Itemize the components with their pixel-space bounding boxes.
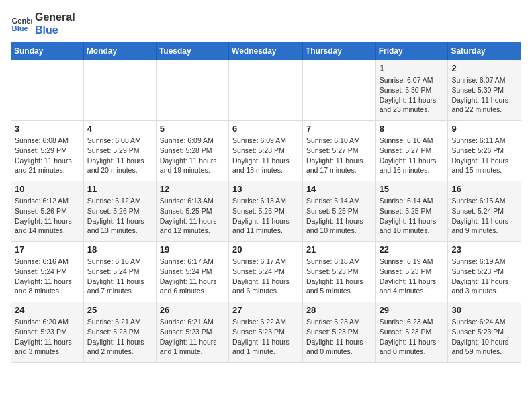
calendar-header-row: SundayMondayTuesdayWednesdayThursdayFrid… xyxy=(11,42,521,60)
logo-line1: General xyxy=(35,11,75,24)
logo-line2: Blue xyxy=(35,24,75,36)
calendar-table: SundayMondayTuesdayWednesdayThursdayFrid… xyxy=(11,42,521,363)
calendar-cell: 1Sunrise: 6:07 AM Sunset: 5:30 PM Daylig… xyxy=(375,60,448,121)
day-number: 12 xyxy=(160,184,225,194)
calendar-cell: 9Sunrise: 6:11 AM Sunset: 5:26 PM Daylig… xyxy=(448,121,521,181)
calendar-week-5: 24Sunrise: 6:20 AM Sunset: 5:23 PM Dayli… xyxy=(11,302,521,363)
day-info: Sunrise: 6:08 AM Sunset: 5:29 PM Dayligh… xyxy=(15,136,80,175)
day-number: 14 xyxy=(306,184,372,194)
calendar-week-1: 1Sunrise: 6:07 AM Sunset: 5:30 PM Daylig… xyxy=(11,60,521,121)
day-number: 7 xyxy=(306,124,372,134)
calendar-cell: 13Sunrise: 6:13 AM Sunset: 5:25 PM Dayli… xyxy=(229,181,303,242)
day-info: Sunrise: 6:08 AM Sunset: 5:29 PM Dayligh… xyxy=(87,136,152,175)
calendar-cell xyxy=(229,60,303,121)
day-info: Sunrise: 6:09 AM Sunset: 5:28 PM Dayligh… xyxy=(232,136,299,175)
day-header-thursday: Thursday xyxy=(302,42,375,60)
day-info: Sunrise: 6:17 AM Sunset: 5:24 PM Dayligh… xyxy=(160,257,225,296)
day-info: Sunrise: 6:18 AM Sunset: 5:23 PM Dayligh… xyxy=(306,257,372,296)
day-info: Sunrise: 6:24 AM Sunset: 5:23 PM Dayligh… xyxy=(451,317,517,357)
day-number: 4 xyxy=(87,124,152,134)
day-header-saturday: Saturday xyxy=(448,42,521,60)
calendar-cell: 3Sunrise: 6:08 AM Sunset: 5:29 PM Daylig… xyxy=(11,121,84,181)
calendar-cell: 18Sunrise: 6:16 AM Sunset: 5:24 PM Dayli… xyxy=(83,242,156,302)
calendar-cell xyxy=(156,60,228,121)
calendar-cell: 2Sunrise: 6:07 AM Sunset: 5:30 PM Daylig… xyxy=(448,60,521,121)
calendar-cell: 19Sunrise: 6:17 AM Sunset: 5:24 PM Dayli… xyxy=(156,242,228,302)
calendar-cell: 28Sunrise: 6:23 AM Sunset: 5:23 PM Dayli… xyxy=(302,302,375,363)
day-info: Sunrise: 6:15 AM Sunset: 5:24 PM Dayligh… xyxy=(451,196,517,236)
day-header-sunday: Sunday xyxy=(11,42,84,60)
day-number: 6 xyxy=(232,124,299,134)
day-number: 19 xyxy=(160,244,225,255)
calendar-cell: 8Sunrise: 6:10 AM Sunset: 5:27 PM Daylig… xyxy=(375,121,448,181)
day-number: 20 xyxy=(232,244,299,255)
day-number: 13 xyxy=(232,184,299,194)
day-info: Sunrise: 6:11 AM Sunset: 5:26 PM Dayligh… xyxy=(451,136,517,175)
day-number: 11 xyxy=(87,184,152,194)
day-number: 30 xyxy=(451,305,517,315)
day-info: Sunrise: 6:10 AM Sunset: 5:27 PM Dayligh… xyxy=(380,136,445,175)
day-number: 26 xyxy=(160,305,225,315)
day-number: 28 xyxy=(306,305,372,315)
day-info: Sunrise: 6:13 AM Sunset: 5:25 PM Dayligh… xyxy=(232,196,299,236)
day-info: Sunrise: 6:07 AM Sunset: 5:30 PM Dayligh… xyxy=(451,75,517,115)
day-number: 22 xyxy=(380,244,445,255)
calendar-cell: 29Sunrise: 6:23 AM Sunset: 5:23 PM Dayli… xyxy=(375,302,448,363)
page-header: General Blue General Blue xyxy=(11,11,521,36)
calendar-cell: 26Sunrise: 6:21 AM Sunset: 5:23 PM Dayli… xyxy=(156,302,228,363)
calendar-cell: 12Sunrise: 6:13 AM Sunset: 5:25 PM Dayli… xyxy=(156,181,228,242)
day-info: Sunrise: 6:17 AM Sunset: 5:24 PM Dayligh… xyxy=(232,257,299,296)
calendar-cell: 20Sunrise: 6:17 AM Sunset: 5:24 PM Dayli… xyxy=(229,242,303,302)
calendar-cell: 10Sunrise: 6:12 AM Sunset: 5:26 PM Dayli… xyxy=(11,181,84,242)
calendar-cell: 14Sunrise: 6:14 AM Sunset: 5:25 PM Dayli… xyxy=(302,181,375,242)
day-info: Sunrise: 6:14 AM Sunset: 5:25 PM Dayligh… xyxy=(380,196,445,236)
day-info: Sunrise: 6:12 AM Sunset: 5:26 PM Dayligh… xyxy=(15,196,80,236)
calendar-cell: 5Sunrise: 6:09 AM Sunset: 5:28 PM Daylig… xyxy=(156,121,228,181)
calendar-cell: 6Sunrise: 6:09 AM Sunset: 5:28 PM Daylig… xyxy=(229,121,303,181)
day-info: Sunrise: 6:09 AM Sunset: 5:28 PM Dayligh… xyxy=(160,136,225,175)
day-info: Sunrise: 6:12 AM Sunset: 5:26 PM Dayligh… xyxy=(87,196,152,236)
calendar-cell: 15Sunrise: 6:14 AM Sunset: 5:25 PM Dayli… xyxy=(375,181,448,242)
calendar-cell: 21Sunrise: 6:18 AM Sunset: 5:23 PM Dayli… xyxy=(302,242,375,302)
logo-icon: General Blue xyxy=(11,13,32,34)
calendar-cell: 16Sunrise: 6:15 AM Sunset: 5:24 PM Dayli… xyxy=(448,181,521,242)
day-info: Sunrise: 6:14 AM Sunset: 5:25 PM Dayligh… xyxy=(306,196,372,236)
day-info: Sunrise: 6:13 AM Sunset: 5:25 PM Dayligh… xyxy=(160,196,225,236)
calendar-cell xyxy=(83,60,156,121)
calendar-cell: 30Sunrise: 6:24 AM Sunset: 5:23 PM Dayli… xyxy=(448,302,521,363)
calendar-week-4: 17Sunrise: 6:16 AM Sunset: 5:24 PM Dayli… xyxy=(11,242,521,302)
day-number: 21 xyxy=(306,244,372,255)
day-number: 5 xyxy=(160,124,225,134)
day-info: Sunrise: 6:07 AM Sunset: 5:30 PM Dayligh… xyxy=(380,75,445,115)
day-info: Sunrise: 6:16 AM Sunset: 5:24 PM Dayligh… xyxy=(87,257,152,296)
day-info: Sunrise: 6:21 AM Sunset: 5:23 PM Dayligh… xyxy=(87,317,152,357)
day-info: Sunrise: 6:19 AM Sunset: 5:23 PM Dayligh… xyxy=(380,257,445,296)
day-number: 2 xyxy=(451,63,517,73)
logo: General Blue General Blue xyxy=(11,11,75,36)
day-header-wednesday: Wednesday xyxy=(229,42,303,60)
svg-text:Blue: Blue xyxy=(12,24,28,32)
day-number: 8 xyxy=(380,124,445,134)
day-number: 27 xyxy=(232,305,299,315)
calendar-cell: 11Sunrise: 6:12 AM Sunset: 5:26 PM Dayli… xyxy=(83,181,156,242)
day-header-tuesday: Tuesday xyxy=(156,42,228,60)
day-number: 3 xyxy=(15,124,80,134)
day-number: 18 xyxy=(87,244,152,255)
calendar-cell: 25Sunrise: 6:21 AM Sunset: 5:23 PM Dayli… xyxy=(83,302,156,363)
day-info: Sunrise: 6:16 AM Sunset: 5:24 PM Dayligh… xyxy=(15,257,80,296)
calendar-cell: 23Sunrise: 6:19 AM Sunset: 5:23 PM Dayli… xyxy=(448,242,521,302)
day-info: Sunrise: 6:23 AM Sunset: 5:23 PM Dayligh… xyxy=(380,317,445,357)
day-number: 25 xyxy=(87,305,152,315)
day-number: 15 xyxy=(380,184,445,194)
day-info: Sunrise: 6:19 AM Sunset: 5:23 PM Dayligh… xyxy=(451,257,517,296)
day-info: Sunrise: 6:23 AM Sunset: 5:23 PM Dayligh… xyxy=(306,317,372,357)
calendar-cell: 7Sunrise: 6:10 AM Sunset: 5:27 PM Daylig… xyxy=(302,121,375,181)
day-info: Sunrise: 6:20 AM Sunset: 5:23 PM Dayligh… xyxy=(15,317,80,357)
calendar-cell: 24Sunrise: 6:20 AM Sunset: 5:23 PM Dayli… xyxy=(11,302,84,363)
calendar-cell: 17Sunrise: 6:16 AM Sunset: 5:24 PM Dayli… xyxy=(11,242,84,302)
day-number: 17 xyxy=(15,244,80,255)
day-number: 1 xyxy=(380,63,445,73)
calendar-cell xyxy=(11,60,84,121)
calendar-week-2: 3Sunrise: 6:08 AM Sunset: 5:29 PM Daylig… xyxy=(11,121,521,181)
day-header-monday: Monday xyxy=(83,42,156,60)
